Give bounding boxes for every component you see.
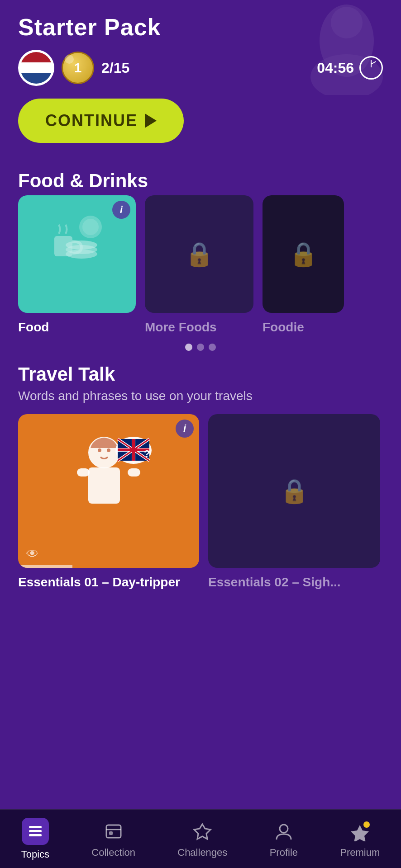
nav-item-challenges[interactable]: Challenges (170, 816, 234, 862)
food-card-active[interactable]: i (18, 195, 136, 313)
bg-figure (256, 5, 383, 95)
svg-point-34 (280, 825, 288, 833)
collection-nav-label: Collection (91, 847, 135, 859)
svg-point-8 (82, 219, 99, 235)
flag-icon (18, 50, 54, 86)
collection-icon (102, 820, 125, 843)
svg-rect-12 (88, 467, 120, 504)
info-badge[interactable]: i (112, 201, 130, 219)
foodie-card[interactable]: 🔒 (263, 195, 344, 313)
nav-item-profile[interactable]: Profile (263, 816, 305, 862)
scroll-dots (0, 344, 401, 351)
coin-badge: 1 (62, 52, 94, 84)
dot-3 (209, 344, 216, 351)
food-card-labels: Food More Foods Foodie (0, 313, 401, 335)
travel-card-row: i (0, 414, 401, 568)
svg-rect-6 (54, 236, 72, 256)
person-svg: ? (63, 428, 154, 527)
svg-rect-29 (29, 834, 42, 836)
dutch-flag (20, 52, 52, 84)
left-row: 1 2/15 (18, 50, 129, 86)
progress-text: 2/15 (101, 60, 129, 76)
flag-stripe-white (20, 62, 52, 73)
challenges-icon (191, 820, 214, 843)
progress-bar (18, 565, 72, 568)
continue-label: CONTINUE (45, 111, 138, 130)
travel-info-badge[interactable]: i (176, 420, 194, 438)
svg-rect-13 (77, 468, 90, 476)
lock-icon-foodie: 🔒 (289, 241, 318, 268)
svg-rect-32 (109, 831, 113, 835)
food-svg (41, 204, 113, 268)
eye-icon: 👁 (26, 547, 39, 561)
travel-illustration: ? (18, 414, 199, 532)
essentials-02-card[interactable]: 🔒 (208, 414, 380, 568)
challenges-nav-label: Challenges (177, 847, 227, 859)
travel-card-labels: Essentials 01 – Day-tripper Essentials 0… (0, 568, 401, 590)
svg-marker-33 (194, 824, 210, 839)
nav-item-premium[interactable]: Premium (333, 816, 387, 862)
flag-stripe-red (20, 52, 52, 62)
header: Starter Pack 1 2/15 04:56 CONTINUE (0, 0, 401, 152)
profile-icon (272, 820, 296, 843)
premium-dot (363, 821, 370, 828)
flag-stripe-blue (20, 73, 52, 84)
premium-icon (348, 820, 372, 843)
play-icon (145, 113, 157, 128)
dot-1 (185, 344, 192, 351)
continue-button[interactable]: CONTINUE (18, 99, 184, 143)
svg-rect-14 (128, 468, 140, 476)
svg-text:?: ? (144, 448, 150, 459)
more-foods-label: More Foods (145, 320, 253, 335)
lock-icon-travel: 🔒 (280, 477, 309, 505)
nav-item-collection[interactable]: Collection (84, 816, 143, 862)
lock-icon: 🔒 (185, 241, 214, 268)
dot-2 (197, 344, 204, 351)
more-foods-card[interactable]: 🔒 (145, 195, 253, 313)
nav-item-topics[interactable]: Topics (14, 814, 57, 864)
svg-point-2 (331, 7, 363, 38)
svg-rect-28 (29, 830, 42, 832)
profile-nav-label: Profile (270, 847, 298, 859)
essentials-01-card[interactable]: i (18, 414, 199, 568)
timer-icon (359, 56, 383, 80)
svg-point-11 (107, 448, 110, 452)
foodie-label: Foodie (263, 320, 344, 335)
premium-nav-label: Premium (340, 847, 380, 859)
topics-nav-label: Topics (21, 849, 49, 860)
food-card-row: i 🔒 🔒 (0, 195, 401, 313)
essentials-02-label: Essentials 02 – Sigh... (208, 575, 380, 590)
essentials-01-label: Essentials 01 – Day-tripper (18, 575, 199, 590)
topics-icon (22, 818, 49, 845)
travel-subtitle: Words and phrases to use on your travels (0, 389, 401, 403)
travel-section-title: Travel Talk (0, 363, 401, 385)
food-label: Food (18, 320, 136, 335)
bottom-nav: Topics Collection Challenges Pro (0, 809, 401, 868)
food-section-title: Food & Drinks (0, 170, 401, 192)
svg-rect-27 (29, 826, 42, 828)
svg-point-10 (98, 448, 101, 452)
svg-rect-30 (106, 825, 121, 838)
